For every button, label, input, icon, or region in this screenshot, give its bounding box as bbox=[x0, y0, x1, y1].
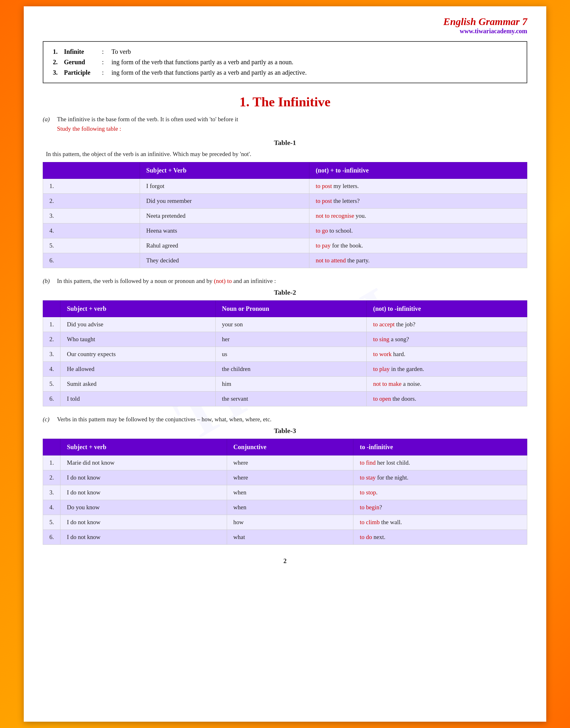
subject-verb-cell: I do not know bbox=[60, 530, 227, 545]
infinitive-cell: to stay for the night. bbox=[353, 470, 527, 485]
infinitive-cell: not to make a noise. bbox=[367, 377, 527, 392]
table-row: 3. Neeta pretended not to recognise you. bbox=[43, 208, 527, 223]
table3-header-row: Subject + verb Conjunctive to -infinitiv… bbox=[43, 439, 527, 456]
subject-verb-cell: Do you know bbox=[60, 500, 227, 515]
pattern-c-text: Verbs in this pattern may be followed by… bbox=[57, 416, 271, 423]
conjunctive-cell: when bbox=[227, 485, 353, 500]
table2-heading: Table-2 bbox=[43, 288, 527, 296]
infinitive-cell: to sing a song? bbox=[367, 332, 527, 347]
row-num: 1. bbox=[43, 179, 140, 194]
row-num: 1. bbox=[43, 456, 60, 470]
def-text-2: ing form of the verb that functions part… bbox=[111, 59, 517, 66]
infinitive-cell: to stop. bbox=[353, 485, 527, 500]
table-row: 5. I do not know how to climb the wall. bbox=[43, 515, 527, 530]
row-num: 2. bbox=[43, 332, 60, 347]
row-num: 3. bbox=[43, 208, 140, 223]
pattern-a-label: (a) bbox=[43, 116, 52, 123]
infinitive-cell: to go to school. bbox=[309, 223, 527, 238]
row-num: 6. bbox=[43, 530, 60, 545]
subject-verb-cell: I do not know bbox=[60, 485, 227, 500]
table1-col1-header: Subject + Verb bbox=[139, 162, 309, 179]
page-header: English Grammar 7 www.tiwariacademy.com bbox=[43, 16, 527, 35]
table3-col2-header: Conjunctive bbox=[227, 439, 353, 456]
table1-col2-header: (not) + to -infinitive bbox=[309, 162, 527, 179]
table2-col3-header: (not) to -infinitive bbox=[367, 301, 527, 317]
subject-verb-cell: Rahul agreed bbox=[139, 238, 309, 253]
noun-pronoun-cell: the servant bbox=[215, 392, 367, 407]
header-subtitle-text: www.tiwariacademy.com bbox=[460, 28, 527, 34]
subject-verb-cell: I told bbox=[60, 392, 215, 407]
table-row: 2. I do not know where to stay for the n… bbox=[43, 470, 527, 485]
infinitive-cell: to open the doors. bbox=[367, 392, 527, 407]
definition-item-1: 1. Infinite : To verb bbox=[53, 48, 517, 55]
page-content: English Grammar 7 www.tiwariacademy.com … bbox=[24, 6, 546, 722]
subject-verb-cell: Heena wants bbox=[139, 223, 309, 238]
noun-pronoun-cell: her bbox=[215, 332, 367, 347]
pattern-b-text: In this pattern, the verb is followed by… bbox=[57, 277, 276, 284]
row-num: 1. bbox=[43, 317, 60, 332]
conjunctive-cell: where bbox=[227, 456, 353, 470]
table1-heading: Table-1 bbox=[43, 139, 527, 147]
pattern-b-text-part1: In this pattern, the verb is followed by… bbox=[57, 277, 213, 284]
row-num: 4. bbox=[43, 223, 140, 238]
table-row: 3. Our country expects us to work hard. bbox=[43, 347, 527, 362]
row-num: 5. bbox=[43, 238, 140, 253]
pattern-b-text-part2: and an infinitive : bbox=[233, 277, 276, 284]
table-row: 5. Rahul agreed to pay for the book. bbox=[43, 238, 527, 253]
def-term-3: Participle bbox=[64, 69, 99, 76]
subject-verb-cell: Did you remember bbox=[139, 194, 309, 208]
def-num-3: 3. bbox=[53, 69, 61, 76]
def-text-3: ing form of the verb that functions part… bbox=[111, 69, 517, 76]
subject-verb-cell: Our country expects bbox=[60, 347, 215, 362]
conjunctive-cell: where bbox=[227, 470, 353, 485]
header-title: English Grammar 7 bbox=[43, 16, 527, 28]
table-row: 1. I forgot to post my letters. bbox=[43, 179, 527, 194]
subject-verb-cell: I forgot bbox=[139, 179, 309, 194]
subject-verb-cell: Who taught bbox=[60, 332, 215, 347]
infinitive-cell: to find her lost child. bbox=[353, 456, 527, 470]
table-2: Subject + verb Noun or Pronoun (not) to … bbox=[43, 300, 527, 407]
row-num: 2. bbox=[43, 194, 140, 208]
table-row: 6. They decided not to attend the party. bbox=[43, 253, 527, 268]
row-num: 2. bbox=[43, 470, 60, 485]
subject-verb-cell: Sumit asked bbox=[60, 377, 215, 392]
def-term-2: Gerund bbox=[64, 59, 99, 66]
table-row: 6. I do not know what to do next. bbox=[43, 530, 527, 545]
def-colon-3: : bbox=[102, 69, 108, 76]
table-row: 6. I told the servant to open the doors. bbox=[43, 392, 527, 407]
row-num: 4. bbox=[43, 500, 60, 515]
table1-intro: In this pattern, the object of the verb … bbox=[46, 151, 527, 158]
subject-verb-cell: They decided bbox=[139, 253, 309, 268]
noun-pronoun-cell: your son bbox=[215, 317, 367, 332]
row-num: 5. bbox=[43, 377, 60, 392]
study-text: Study the following table : bbox=[57, 125, 527, 132]
conjunctive-cell: what bbox=[227, 530, 353, 545]
infinitive-cell: to play in the garden. bbox=[367, 362, 527, 377]
table2-col0-header bbox=[43, 301, 60, 317]
row-num: 3. bbox=[43, 347, 60, 362]
row-num: 3. bbox=[43, 485, 60, 500]
pattern-b-not-text: (not) to bbox=[214, 277, 232, 284]
pattern-b-label: (b) bbox=[43, 277, 52, 284]
subject-verb-cell: Did you advise bbox=[60, 317, 215, 332]
noun-pronoun-cell: us bbox=[215, 347, 367, 362]
table1-col0-header bbox=[43, 162, 140, 179]
conjunctive-cell: how bbox=[227, 515, 353, 530]
table3-col3-header: to -infinitive bbox=[353, 439, 527, 456]
pattern-a-desc: (a) The infinitive is the base form of t… bbox=[43, 116, 527, 123]
table-row: 1. Marie did not know where to find her … bbox=[43, 456, 527, 470]
def-text-1: To verb bbox=[111, 48, 517, 55]
table2-col1-header: Subject + verb bbox=[60, 301, 215, 317]
infinitive-cell: to climb the wall. bbox=[353, 515, 527, 530]
infinitive-cell: to begin? bbox=[353, 500, 527, 515]
table2-header-row: Subject + verb Noun or Pronoun (not) to … bbox=[43, 301, 527, 317]
definition-item-2: 2. Gerund : ing form of the verb that fu… bbox=[53, 59, 517, 66]
pattern-c-desc: (c) Verbs in this pattern may be followe… bbox=[43, 416, 527, 423]
table-row: 1. Did you advise your son to accept the… bbox=[43, 317, 527, 332]
infinitive-cell: to pay for the book. bbox=[309, 238, 527, 253]
table-row: 5. Sumit asked him not to make a noise. bbox=[43, 377, 527, 392]
infinitive-cell: to do next. bbox=[353, 530, 527, 545]
table3-col0-header bbox=[43, 439, 60, 456]
infinitive-cell: not to recognise you. bbox=[309, 208, 527, 223]
table-row: 2. Who taught her to sing a song? bbox=[43, 332, 527, 347]
